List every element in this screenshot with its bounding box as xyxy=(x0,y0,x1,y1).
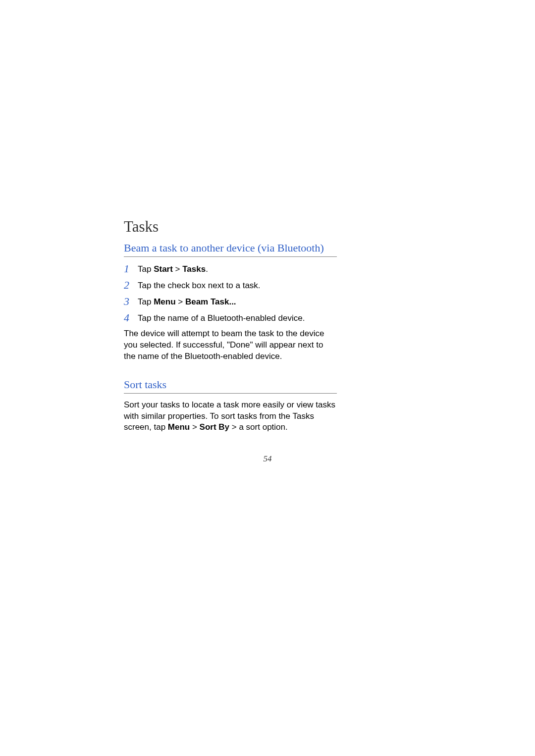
step-item: 3 Tap Menu > Beam Task... xyxy=(124,296,337,308)
step-text-pre: Tap the check box next to a task. xyxy=(138,281,261,290)
step-text: Tap Start > Tasks. xyxy=(138,263,208,275)
step-item: 1 Tap Start > Tasks. xyxy=(124,263,337,275)
step-number: 2 xyxy=(124,279,138,291)
step-number: 1 xyxy=(124,263,138,275)
step-text-pre: Tap xyxy=(138,297,154,306)
section-body: The device will attempt to beam the task… xyxy=(124,328,337,362)
step-text-bold: Beam Task... xyxy=(185,297,236,306)
step-text: Tap Menu > Beam Task... xyxy=(138,296,236,308)
step-text-bold: Menu xyxy=(154,297,175,306)
step-text-mid: > xyxy=(176,297,185,306)
section-rule xyxy=(124,393,337,394)
step-number: 4 xyxy=(124,312,138,324)
step-text-pre: Tap xyxy=(138,264,154,274)
page-number: 54 xyxy=(0,454,535,464)
page-title: Tasks xyxy=(124,218,337,236)
step-number: 3 xyxy=(124,296,138,307)
body-post: > a sort option. xyxy=(229,422,288,432)
step-text: Tap the check box next to a task. xyxy=(138,279,261,292)
section-heading-sort: Sort tasks xyxy=(124,378,337,391)
step-item: 2 Tap the check box next to a task. xyxy=(124,279,337,292)
page: Tasks Beam a task to another device (via… xyxy=(0,0,535,756)
step-item: 4 Tap the name of a Bluetooth-enabled de… xyxy=(124,312,337,324)
step-text-bold: Start xyxy=(154,264,173,274)
step-list: 1 Tap Start > Tasks. 2 Tap the check box… xyxy=(124,263,337,324)
content-column: Tasks Beam a task to another device (via… xyxy=(124,218,337,433)
section-heading-beam: Beam a task to another device (via Bluet… xyxy=(124,242,337,254)
step-text-mid: > xyxy=(173,264,182,274)
body-mid: > xyxy=(190,422,199,432)
step-text-pre: Tap the name of a Bluetooth-enabled devi… xyxy=(138,313,305,323)
section-body: Sort your tasks to locate a task more ea… xyxy=(124,400,337,434)
step-text-bold: Tasks xyxy=(182,264,206,274)
step-text-post: . xyxy=(206,264,208,274)
section-rule xyxy=(124,256,337,257)
body-bold: Sort By xyxy=(200,422,229,432)
step-text: Tap the name of a Bluetooth-enabled devi… xyxy=(138,312,305,324)
body-bold: Menu xyxy=(168,422,190,432)
